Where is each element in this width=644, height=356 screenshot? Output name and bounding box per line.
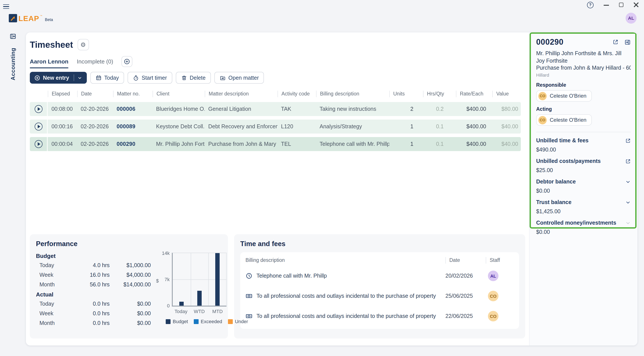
rail-label-accounting[interactable]: Accounting [10, 48, 16, 80]
acting-label: Acting [536, 106, 631, 112]
matter-balance-item: Trust balance$1,425.00 [536, 199, 631, 214]
cell-matter-no[interactable]: 000290 [113, 141, 152, 147]
matter-balance-value: $1,425.00 [536, 208, 631, 214]
table-row[interactable]: 00:00:0402-20-2026000290Mr. Phillip John… [30, 137, 521, 151]
chevron-down-icon[interactable] [625, 199, 631, 205]
column-rate-each: Rate/Each [456, 90, 492, 97]
close-button[interactable] [634, 2, 639, 7]
cell-hrs-qty: 0.1 [423, 124, 456, 130]
brand-bar: LEAP ™ Beta AL [0, 10, 644, 26]
cell-activity-code: TAK [278, 106, 316, 112]
play-button[interactable] [30, 120, 48, 134]
app-window: ? LEAP ™ Beta AL Acc [0, 0, 644, 356]
window-chrome: ? [0, 0, 644, 10]
delete-button[interactable]: Delete [176, 72, 211, 84]
staff-avatar[interactable]: AL [488, 271, 498, 281]
performance-chart: $ 14k7k0 TodayWTDMTD BudgetExceededUnder [154, 251, 222, 333]
column-hrs-qty: Hrs/Qty [423, 90, 456, 97]
timesheet-tabs: Aaron Lennon Incomplete (0) [30, 56, 525, 68]
cell-matter-description: Debt Recovery and Enforcem... [205, 124, 278, 130]
column-matter-description: Matter description [205, 90, 278, 97]
performance-amount: $0.00 [110, 301, 151, 307]
play-button[interactable] [30, 137, 48, 151]
tnf-billing-description: To all professional costs and outlays in… [246, 313, 446, 320]
cell-value: $40.00 [492, 124, 521, 130]
column-elapsed: Elapsed [48, 90, 77, 97]
tnf-row[interactable]: To all professional costs and outlays in… [246, 306, 514, 326]
tnf-row[interactable]: Telephone call with Mr. Phillp20/02/2026… [246, 266, 514, 286]
column-date: Date [77, 90, 113, 97]
matter-balance-label[interactable]: Unbilled time & fees [536, 138, 631, 144]
minimize-button[interactable] [604, 2, 609, 7]
user-avatar[interactable]: AL [626, 12, 636, 23]
cell-elapsed: 00:08:00 [48, 106, 77, 112]
matter-balance-label[interactable]: Controlled money/investments [536, 220, 631, 226]
hamburger-menu-icon[interactable] [3, 4, 9, 9]
matter-balance-label[interactable]: Debtor balance [536, 179, 631, 185]
cell-value: $80.00 [492, 106, 521, 112]
money-icon [246, 293, 252, 300]
responsible-staff-chip[interactable]: CO Celeste O'Brien [536, 90, 592, 102]
table-row[interactable]: 00:00:1602-20-2026000089Keystone Debt Co… [30, 120, 521, 134]
matter-balance-label[interactable]: Unbilled costs/payments [536, 158, 631, 164]
column-matter-no-: Matter no. [113, 90, 152, 97]
chart-bar-mtd [215, 253, 220, 306]
clock-icon [246, 272, 252, 279]
performance-row: Today4.0 hrs$1,000.00 [36, 261, 154, 270]
performance-table: BudgetToday4.0 hrs$1,000.00Week16.0 hrs$… [36, 251, 154, 333]
chevron-down-icon[interactable] [625, 179, 631, 184]
performance-row: Week16.0 hrs$4,000.00 [36, 270, 154, 280]
performance-row: Week0.0 hrs$0.00 [36, 309, 154, 318]
today-button[interactable]: Today [90, 72, 124, 84]
cell-elapsed: 00:00:16 [48, 124, 77, 130]
tnf-column-staff: Staff [486, 257, 514, 263]
new-entry-button[interactable]: New entry [30, 72, 87, 84]
column-units: Units [389, 90, 423, 97]
time-and-fees-title: Time and fees [240, 240, 519, 248]
cell-billing-description: Analysis/Strategy [316, 124, 389, 130]
performance-row: Month56.0 hrs$14,000.00 [36, 280, 154, 289]
tab-incomplete[interactable]: Incomplete (0) [77, 58, 113, 68]
start-timer-button[interactable]: Start timer [128, 72, 172, 84]
add-tab-button[interactable] [122, 56, 132, 67]
timesheet-settings-button[interactable]: ⚙ [78, 39, 89, 50]
chart-x-tick: Today [172, 309, 190, 314]
tab-aaron-lennon[interactable]: Aaron Lennon [30, 58, 68, 68]
tnf-row[interactable]: To all professional costs and outlays in… [246, 286, 514, 306]
chart-y-tick: 7k [164, 277, 170, 282]
matter-balance-value: $490.00 [536, 147, 631, 153]
play-button[interactable] [30, 102, 48, 116]
matter-balance-item: Unbilled costs/payments$25.00 [536, 158, 631, 174]
cell-matter-no[interactable]: 000089 [113, 124, 152, 130]
legend-swatch [166, 319, 170, 324]
matter-balance-value: $0.00 [536, 229, 631, 235]
open-matter-external-icon[interactable] [612, 39, 618, 45]
acting-staff-chip[interactable]: CO Celeste O'Brien [536, 114, 592, 126]
timesheet-rows: 00:08:0002-20-2026000006Blueridges Home … [30, 102, 521, 151]
staff-avatar[interactable]: CO [488, 311, 498, 321]
column-play [30, 90, 48, 97]
circle-plus-icon [34, 75, 40, 81]
matter-balance-list: Unbilled time & fees$490.00Unbilled cost… [536, 138, 631, 235]
matter-balance-label[interactable]: Trust balance [536, 199, 631, 205]
tnf-date: 25/06/2025 [446, 293, 486, 299]
cell-matter-no[interactable]: 000006 [113, 106, 152, 112]
maximize-button[interactable] [619, 3, 624, 7]
help-icon[interactable]: ? [587, 1, 594, 8]
performance-hours: 16.0 hrs [78, 272, 110, 278]
external-link-icon[interactable] [625, 158, 631, 164]
matter-balance-value: $25.00 [536, 167, 631, 174]
collapse-panel-icon[interactable] [624, 39, 631, 45]
external-link-icon[interactable] [625, 138, 631, 143]
expand-panel-icon[interactable] [9, 33, 17, 42]
chevron-down-icon[interactable] [625, 220, 631, 226]
chart-y-tick: 14k [162, 250, 170, 256]
table-row[interactable]: 00:08:0002-20-2026000006Blueridges Home … [30, 102, 521, 116]
open-matter-button[interactable]: Open matter [214, 72, 264, 84]
performance-card: Performance BudgetToday4.0 hrs$1,000.00W… [30, 234, 228, 339]
page-title: Timesheet [30, 40, 73, 50]
performance-group-label: Budget [36, 251, 154, 261]
chart-x-tick: MTD [208, 309, 227, 314]
staff-avatar[interactable]: CO [488, 291, 498, 301]
responsible-label: Responsible [536, 82, 631, 88]
